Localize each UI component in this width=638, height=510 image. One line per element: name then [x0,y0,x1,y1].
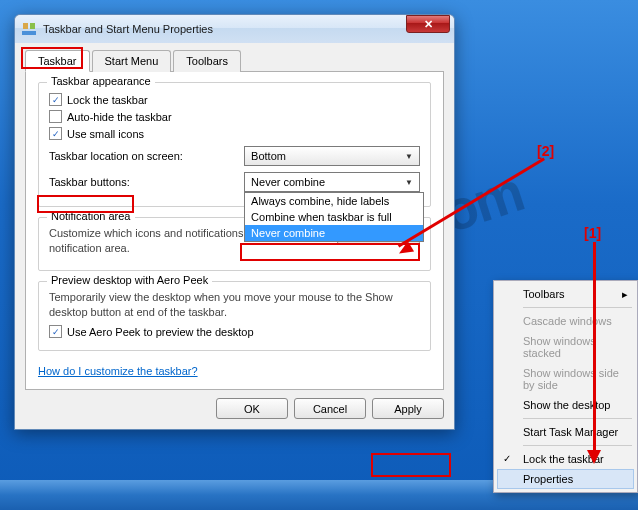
titlebar[interactable]: Taskbar and Start Menu Properties ✕ [15,15,454,43]
apply-button[interactable]: Apply [372,398,444,419]
dropdown-location-value: Bottom [251,150,286,162]
dialog-buttons: OK Cancel Apply [25,398,444,419]
ctx-properties[interactable]: Properties [497,469,634,489]
checkbox-small[interactable]: ✓ [49,127,62,140]
dropdown-location[interactable]: Bottom ▼ [244,146,420,166]
label-location: Taskbar location on screen: [49,150,244,162]
app-icon [21,21,37,37]
separator [523,445,632,446]
option-combine-full[interactable]: Combine when taskbar is full [245,209,423,225]
ctx-taskmgr[interactable]: Start Task Manager [497,422,634,442]
tab-startmenu[interactable]: Start Menu [92,50,172,72]
ctx-side[interactable]: Show windows side by side [497,363,634,395]
ctx-stacked[interactable]: Show windows stacked [497,331,634,363]
group-appearance: Taskbar appearance ✓Lock the taskbar Aut… [38,82,431,207]
annotation-label-1: [1] [584,225,601,241]
checkbox-peek[interactable]: ✓ [49,325,62,338]
ctx-cascade[interactable]: Cascade windows [497,311,634,331]
option-never-combine[interactable]: Never combine [245,225,423,241]
tab-content: Taskbar appearance ✓Lock the taskbar Aut… [25,72,444,390]
label-peek: Use Aero Peek to preview the desktop [67,326,254,338]
dropdown-buttons-value: Never combine [251,176,325,188]
tab-toolbars[interactable]: Toolbars [173,50,241,72]
separator [523,418,632,419]
label-autohide: Auto-hide the taskbar [67,111,172,123]
group-title-appearance: Taskbar appearance [47,75,155,87]
ctx-desktop[interactable]: Show the desktop [497,395,634,415]
chevron-down-icon: ▼ [401,149,417,163]
help-link[interactable]: How do I customize the taskbar? [38,365,198,377]
checkbox-autohide[interactable] [49,110,62,123]
chevron-down-icon: ▼ [401,175,417,189]
annotation-arrow-1 [593,242,596,452]
ctx-toolbars[interactable]: Toolbars [497,284,634,304]
group-title-notification: Notification area [47,210,135,222]
tab-taskbar[interactable]: Taskbar [25,50,90,72]
svg-rect-1 [23,23,28,29]
close-icon: ✕ [424,18,433,31]
dropdown-buttons[interactable]: Never combine ▼ Always combine, hide lab… [244,172,420,192]
close-button[interactable]: ✕ [406,15,450,33]
annotation-box-apply [371,453,451,477]
svg-rect-2 [30,23,35,29]
ok-button[interactable]: OK [216,398,288,419]
label-buttons: Taskbar buttons: [49,176,244,188]
ctx-lock[interactable]: ✓Lock the taskbar [497,449,634,469]
dropdown-buttons-list: Always combine, hide labels Combine when… [244,192,424,242]
separator [523,307,632,308]
checkbox-lock[interactable]: ✓ [49,93,62,106]
check-icon: ✓ [503,453,511,464]
dialog-title: Taskbar and Start Menu Properties [43,23,406,35]
taskbar-context-menu: Toolbars Cascade windows Show windows st… [493,280,638,493]
label-lock: Lock the taskbar [67,94,148,106]
annotation-arrowhead-1 [587,450,601,464]
annotation-label-2: [2] [537,143,554,159]
tab-row: Taskbar Start Menu Toolbars [25,49,444,72]
group-title-peek: Preview desktop with Aero Peek [47,274,212,286]
svg-rect-0 [22,31,36,35]
cancel-button[interactable]: Cancel [294,398,366,419]
peek-desc: Temporarily view the desktop when you mo… [49,290,420,320]
option-always-combine[interactable]: Always combine, hide labels [245,193,423,209]
group-peek: Preview desktop with Aero Peek Temporari… [38,281,431,352]
label-small: Use small icons [67,128,144,140]
properties-dialog: Taskbar and Start Menu Properties ✕ Task… [14,14,455,430]
